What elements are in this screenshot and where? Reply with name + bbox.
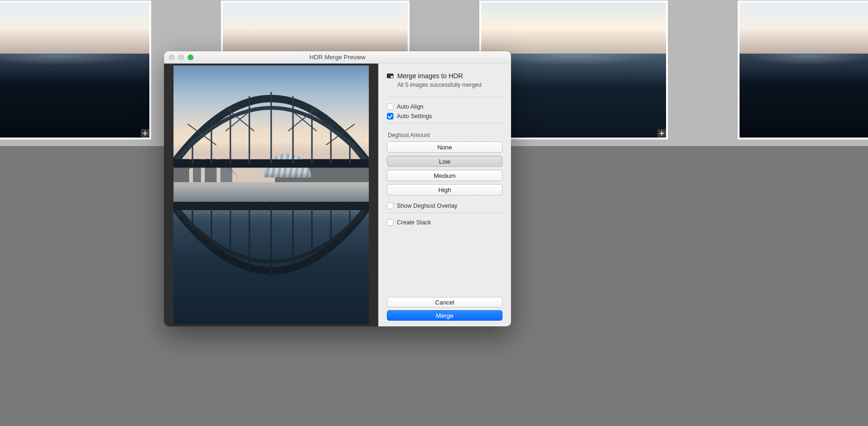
controls-pane: Merge images to HDR All 5 images success… xyxy=(378,64,511,326)
divider xyxy=(387,213,503,213)
adjustments-badge-icon xyxy=(658,129,666,138)
preview-pane xyxy=(164,64,378,326)
auto-settings-label: Auto Settings xyxy=(397,113,432,120)
hdr-icon xyxy=(387,74,393,78)
window-minimize-icon[interactable] xyxy=(178,55,184,60)
svg-rect-1 xyxy=(145,131,146,136)
deghost-low-button[interactable]: Low xyxy=(387,156,503,167)
merge-preview-image xyxy=(174,65,369,324)
create-stack-checkbox[interactable]: Create Stack xyxy=(387,218,503,227)
thumbnail[interactable] xyxy=(737,0,868,140)
show-deghost-overlay-checkbox[interactable]: Show Deghost Overlay xyxy=(387,201,503,211)
svg-rect-3 xyxy=(661,131,662,136)
auto-align-label: Auto Align xyxy=(397,103,423,110)
divider xyxy=(387,97,503,97)
titlebar: HDR Merge Preview xyxy=(164,51,511,64)
merge-status-text: All 5 images successfully merged xyxy=(397,82,503,88)
create-stack-label: Create Stack xyxy=(397,219,431,226)
merge-button[interactable]: Merge xyxy=(387,310,503,321)
divider xyxy=(387,123,503,123)
window-close-icon[interactable] xyxy=(169,55,174,60)
window-zoom-icon[interactable] xyxy=(188,55,193,60)
cancel-button[interactable]: Cancel xyxy=(387,297,503,307)
auto-align-checkbox[interactable]: Auto Align xyxy=(387,102,503,111)
deghost-high-button[interactable]: High xyxy=(387,184,503,195)
adjustments-badge-icon xyxy=(141,129,149,138)
section-title: Merge images to HDR xyxy=(397,72,463,80)
hdr-merge-dialog: HDR Merge Preview xyxy=(164,51,511,326)
deghost-medium-button[interactable]: Medium xyxy=(387,170,503,181)
show-deghost-overlay-label: Show Deghost Overlay xyxy=(397,203,457,209)
deghost-none-button[interactable]: None xyxy=(387,141,503,153)
thumbnail[interactable] xyxy=(0,0,152,140)
deghost-amount-label: Deghost Amount xyxy=(388,132,503,139)
window-title: HDR Merge Preview xyxy=(164,54,511,61)
auto-settings-checkbox[interactable]: Auto Settings xyxy=(387,111,503,121)
